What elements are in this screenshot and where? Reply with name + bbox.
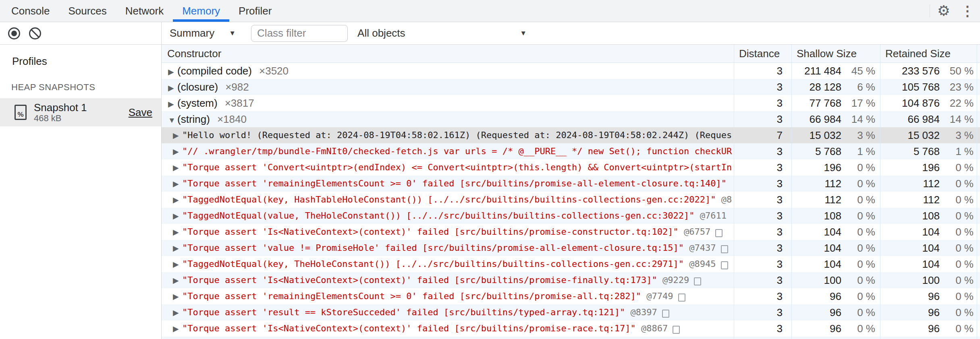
class-filter-input[interactable] [251, 25, 348, 42]
table-row[interactable]: ▶"Torque assert 'remainingElementsCount … [162, 176, 980, 192]
reveal-icon[interactable] [662, 310, 669, 318]
record-heap-snapshot-icon[interactable] [8, 27, 20, 39]
snapshot-meta: Snapshot 1 468 kB [34, 101, 129, 123]
retained-size-value: 96 [880, 320, 940, 337]
object-id: @8945 [684, 259, 716, 269]
retained-size-value: 96 [880, 288, 940, 304]
shallow-size-percent: 0 % [841, 208, 875, 224]
chevron-collapsed-icon[interactable]: ▶ [168, 80, 177, 95]
chevron-collapsed-icon[interactable]: ▶ [173, 240, 182, 256]
three-dot-menu-icon[interactable]: ⋮ [961, 4, 974, 18]
constructor-cell: ▶"TaggedNotEqual(value, TheHoleConstant(… [162, 208, 734, 224]
tab-memory[interactable]: Memory [173, 0, 229, 22]
retained-size-cell: 960 % [880, 304, 977, 320]
shallow-size-value: 108 [792, 208, 841, 224]
clear-profiles-icon[interactable] [29, 27, 41, 39]
shallow-size-percent: 0 % [841, 288, 875, 304]
column-header-retained-size[interactable]: Retained Size [880, 45, 977, 62]
chevron-collapsed-icon[interactable]: ▶ [173, 289, 182, 304]
chevron-collapsed-icon[interactable]: ▶ [173, 273, 182, 288]
profiles-sidebar: Profiles HEAP SNAPSHOTS % Snapshot 1 468… [0, 22, 162, 339]
reveal-icon[interactable] [694, 277, 701, 285]
tab-console[interactable]: Console [2, 0, 59, 22]
distance-cell: 3 [734, 95, 792, 111]
table-row[interactable]: ▶"Hello world! (Requested at: 2024-08-19… [162, 127, 980, 143]
gear-icon[interactable]: ⚙ [937, 4, 950, 18]
shallow-size-percent: 0 % [841, 224, 875, 240]
chevron-collapsed-icon[interactable]: ▶ [173, 128, 182, 143]
distance-cell: 3 [734, 256, 792, 272]
grid-gutter [977, 240, 980, 256]
tab-sources[interactable]: Sources [59, 0, 116, 22]
column-header-distance[interactable]: Distance [734, 45, 792, 62]
reveal-icon[interactable] [715, 229, 723, 237]
constructor-cell: ▶(compiled code)×3520 [162, 63, 734, 79]
chevron-collapsed-icon[interactable]: ▶ [173, 144, 182, 159]
tab-profiler[interactable]: Profiler [229, 0, 281, 22]
chevron-collapsed-icon[interactable]: ▶ [173, 224, 182, 240]
table-row[interactable]: ▶(system)×3817377 76817 %104 87622 % [162, 95, 980, 111]
table-row[interactable]: ▶"Torque assert 'value != PromiseHole' f… [162, 240, 980, 256]
table-row[interactable]: ▶"Torque assert 'remainingElementsCount … [162, 288, 980, 304]
retained-size-cell: 1040 % [880, 240, 977, 256]
retained-size-value: 196 [880, 159, 940, 176]
table-row[interactable]: ▶"Torque assert 'Convert<uintptr>(endInd… [162, 159, 980, 176]
shallow-size-value: 196 [792, 159, 841, 176]
column-header-shallow-size[interactable]: Shallow Size [792, 45, 880, 62]
shallow-size-cell: 77 76817 % [792, 95, 880, 111]
table-row[interactable]: ▶(compiled code)×35203211 48445 %233 576… [162, 63, 980, 79]
reveal-icon[interactable] [721, 245, 728, 253]
object-id: @8 [716, 194, 732, 205]
retained-size-cell: 1000 % [880, 272, 977, 288]
table-row[interactable]: ▶"TaggedNotEqual(key, TheHoleConstant())… [162, 256, 980, 272]
perspective-select[interactable]: Summary ▼ [170, 27, 236, 39]
instance-count: ×3817 [225, 97, 254, 109]
snapshot-name: Snapshot 1 [34, 101, 129, 114]
chevron-expanded-icon[interactable]: ▼ [168, 112, 177, 127]
shallow-size-cell: 66 98414 % [792, 111, 880, 127]
grid-rows: ▶(compiled code)×35203211 48445 %233 576… [162, 63, 980, 339]
objects-filter-select[interactable]: All objects ▼ [357, 27, 527, 39]
chevron-collapsed-icon[interactable]: ▶ [173, 192, 182, 208]
reveal-icon[interactable] [678, 294, 685, 302]
chevron-collapsed-icon[interactable]: ▶ [173, 321, 182, 337]
chevron-collapsed-icon[interactable]: ▶ [173, 160, 182, 176]
profiles-list-pane: Profiles HEAP SNAPSHOTS % Snapshot 1 468… [0, 45, 161, 339]
table-row[interactable]: ▶"TaggedNotEqual(key, HashTableHoleConst… [162, 192, 980, 208]
chevron-collapsed-icon[interactable]: ▶ [168, 96, 177, 111]
grid-gutter [977, 224, 980, 240]
shallow-size-cell: 28 1286 % [792, 79, 880, 95]
distance-cell: 3 [734, 240, 792, 256]
snapshot-save-link[interactable]: Save [129, 106, 152, 119]
shallow-size-percent: 45 % [841, 63, 875, 79]
tab-sources-label: Sources [68, 5, 106, 17]
snapshot-item[interactable]: % Snapshot 1 468 kB Save [0, 98, 161, 126]
reveal-icon[interactable] [721, 261, 728, 269]
chevron-collapsed-icon[interactable]: ▶ [173, 176, 182, 192]
table-row[interactable]: ▶"Torque assert 'Is<NativeContext>(conte… [162, 272, 980, 288]
chevron-collapsed-icon[interactable]: ▶ [173, 256, 182, 272]
chevron-collapsed-icon[interactable]: ▶ [173, 305, 182, 320]
table-row[interactable]: ▶"Torque assert 'Is<NativeContext>(conte… [162, 320, 980, 337]
retained-size-value: 105 768 [880, 79, 940, 95]
table-row[interactable]: ▶"// .wrangler/tmp/bundle-FmNIt0/checked… [162, 143, 980, 159]
shallow-size-value: 104 [792, 240, 841, 256]
table-row[interactable]: ▶"Torque assert 'Is<NativeContext>(conte… [162, 224, 980, 240]
shallow-size-cell: 1120 % [792, 192, 880, 208]
distance-value: 3 [777, 145, 783, 157]
retained-size-value: 104 [880, 224, 940, 240]
grid-gutter [977, 320, 980, 337]
table-row[interactable]: ▼(string)×1840366 98414 %66 98414 % [162, 111, 980, 127]
table-row[interactable]: ▶"TaggedNotEqual(value, TheHoleConstant(… [162, 208, 980, 224]
table-row[interactable]: ▶"Torque assert 'result == kStoreSuccede… [162, 304, 980, 320]
retained-size-cell: 15 0323 % [880, 127, 977, 143]
string-value: "TaggedNotEqual(key, TheHoleConstant()) … [182, 259, 684, 269]
instance-count: ×982 [225, 81, 249, 93]
tab-network-label: Network [125, 5, 164, 17]
chevron-collapsed-icon[interactable]: ▶ [173, 208, 182, 224]
reveal-icon[interactable] [673, 326, 680, 334]
table-row[interactable]: ▶(closure)×982328 1286 %105 76823 % [162, 79, 980, 95]
tab-network[interactable]: Network [116, 0, 173, 22]
column-header-constructor[interactable]: Constructor [162, 45, 734, 62]
chevron-collapsed-icon[interactable]: ▶ [168, 64, 177, 79]
